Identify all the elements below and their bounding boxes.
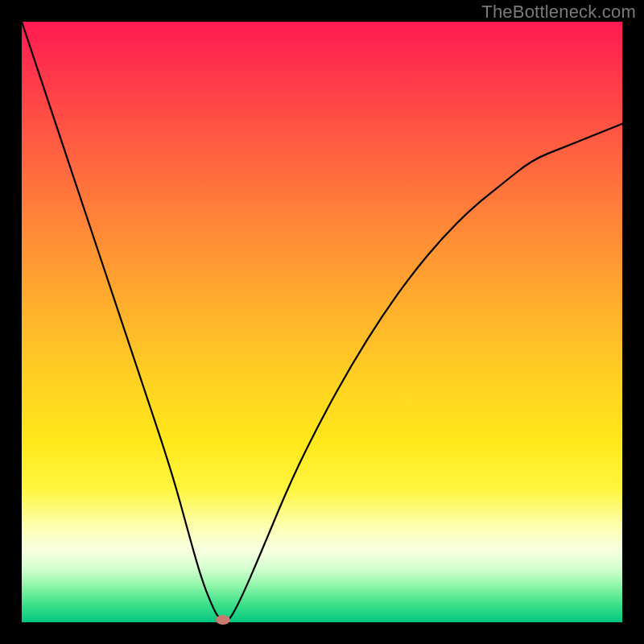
plot-area (22, 22, 622, 622)
chart-svg (22, 22, 622, 622)
bottleneck-curve (22, 22, 622, 621)
chart-frame: TheBottleneck.com (0, 0, 644, 644)
watermark-text: TheBottleneck.com (481, 2, 636, 23)
minimum-marker (216, 615, 230, 625)
